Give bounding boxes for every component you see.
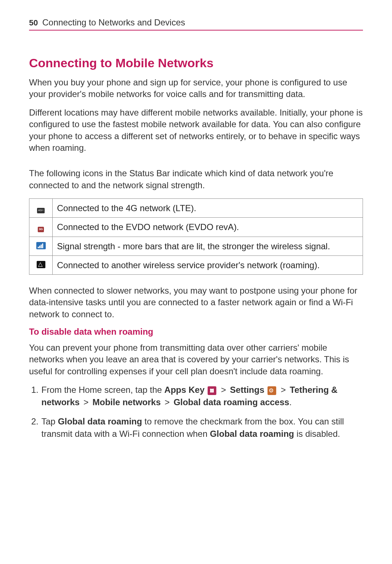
instruction-list: From the Home screen, tap the Apps Key >… — [29, 384, 363, 440]
text: is disabled. — [294, 429, 340, 439]
ui-label-global-access: Global data roaming access — [173, 397, 289, 407]
text: From the Home screen, tap the — [41, 385, 164, 395]
icon-description: Connected to another wireless service pr… — [53, 255, 363, 274]
ui-label-settings: Settings — [230, 385, 265, 395]
text: . — [289, 397, 292, 407]
chapter-title: Connecting to Networks and Devices — [42, 17, 185, 28]
table-row: Connected to another wireless service pr… — [29, 255, 363, 274]
icon-description: Connected to the EVDO network (EVDO revA… — [53, 218, 363, 237]
list-item: From the Home screen, tap the Apps Key >… — [41, 384, 363, 408]
paragraph: You can prevent your phone from transmit… — [29, 342, 363, 377]
icon-cell — [29, 255, 53, 274]
ui-label-mobile-networks: Mobile networks — [93, 397, 161, 407]
text: Tap — [41, 416, 58, 426]
signal-strength-icon — [36, 242, 46, 249]
ui-label-global-roaming: Global data roaming — [58, 416, 142, 426]
paragraph: The following icons in the Status Bar in… — [29, 168, 363, 191]
settings-icon — [268, 386, 276, 395]
ui-label-apps-key: Apps Key — [164, 385, 205, 395]
icon-cell: 4G≡ — [29, 199, 53, 218]
page-number: 50 — [29, 18, 38, 28]
separator: > — [279, 385, 287, 395]
table-row: 4G≡ Connected to the 4G network (LTE). — [29, 199, 363, 218]
page-header: 50 Connecting to Networks and Devices — [29, 17, 363, 31]
4g-lte-icon: 4G≡ — [37, 208, 45, 213]
section-heading: Connecting to Mobile Networks — [29, 56, 363, 70]
apps-key-icon — [208, 386, 216, 395]
separator: > — [163, 397, 171, 407]
list-item: Tap Global data roaming to remove the ch… — [41, 415, 363, 440]
separator: > — [220, 385, 228, 395]
paragraph: When connected to slower networks, you m… — [29, 285, 363, 320]
status-icon-table: 4G≡ Connected to the 4G network (LTE). 3… — [29, 198, 363, 275]
icon-description: Signal strength - more bars that are lit… — [53, 237, 363, 255]
table-row: 3G Connected to the EVDO network (EVDO r… — [29, 218, 363, 237]
3g-evdo-icon: 3G — [38, 227, 44, 232]
icon-cell: 3G — [29, 218, 53, 237]
paragraph: When you buy your phone and sign up for … — [29, 77, 363, 100]
paragraph: Different locations may have different m… — [29, 107, 363, 154]
ui-label-global-roaming: Global data roaming — [210, 429, 294, 439]
icon-cell — [29, 237, 53, 255]
separator: > — [82, 397, 90, 407]
icon-description: Connected to the 4G network (LTE). — [53, 199, 363, 218]
table-row: Signal strength - more bars that are lit… — [29, 237, 363, 255]
roaming-icon — [37, 261, 45, 268]
subsection-heading: To disable data when roaming — [29, 327, 363, 337]
